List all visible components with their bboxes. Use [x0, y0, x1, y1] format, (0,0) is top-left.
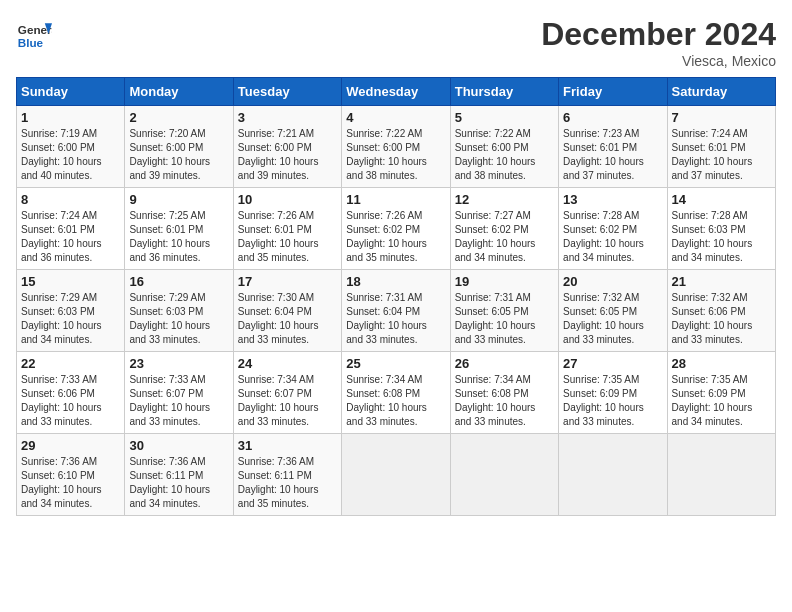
- day-number: 13: [563, 192, 662, 207]
- day-number: 30: [129, 438, 228, 453]
- day-number: 22: [21, 356, 120, 371]
- table-row: 24Sunrise: 7:34 AMSunset: 6:07 PMDayligh…: [233, 352, 341, 434]
- table-row: 1Sunrise: 7:19 AMSunset: 6:00 PMDaylight…: [17, 106, 125, 188]
- table-row: 6Sunrise: 7:23 AMSunset: 6:01 PMDaylight…: [559, 106, 667, 188]
- day-info: Sunrise: 7:26 AMSunset: 6:01 PMDaylight:…: [238, 209, 337, 265]
- header-thursday: Thursday: [450, 78, 558, 106]
- table-row: 14Sunrise: 7:28 AMSunset: 6:03 PMDayligh…: [667, 188, 775, 270]
- table-row: 28Sunrise: 7:35 AMSunset: 6:09 PMDayligh…: [667, 352, 775, 434]
- header-wednesday: Wednesday: [342, 78, 450, 106]
- day-info: Sunrise: 7:32 AMSunset: 6:05 PMDaylight:…: [563, 291, 662, 347]
- day-info: Sunrise: 7:24 AMSunset: 6:01 PMDaylight:…: [672, 127, 771, 183]
- table-row: 4Sunrise: 7:22 AMSunset: 6:00 PMDaylight…: [342, 106, 450, 188]
- day-number: 9: [129, 192, 228, 207]
- day-info: Sunrise: 7:33 AMSunset: 6:06 PMDaylight:…: [21, 373, 120, 429]
- day-number: 20: [563, 274, 662, 289]
- logo: General Blue: [16, 16, 52, 52]
- table-row: 17Sunrise: 7:30 AMSunset: 6:04 PMDayligh…: [233, 270, 341, 352]
- day-info: Sunrise: 7:28 AMSunset: 6:03 PMDaylight:…: [672, 209, 771, 265]
- day-number: 19: [455, 274, 554, 289]
- table-row: 13Sunrise: 7:28 AMSunset: 6:02 PMDayligh…: [559, 188, 667, 270]
- day-number: 12: [455, 192, 554, 207]
- weekday-header-row: Sunday Monday Tuesday Wednesday Thursday…: [17, 78, 776, 106]
- day-number: 6: [563, 110, 662, 125]
- day-info: Sunrise: 7:22 AMSunset: 6:00 PMDaylight:…: [455, 127, 554, 183]
- calendar-week-4: 22Sunrise: 7:33 AMSunset: 6:06 PMDayligh…: [17, 352, 776, 434]
- header-monday: Monday: [125, 78, 233, 106]
- day-number: 3: [238, 110, 337, 125]
- page-header: General Blue December 2024 Viesca, Mexic…: [16, 16, 776, 69]
- day-info: Sunrise: 7:32 AMSunset: 6:06 PMDaylight:…: [672, 291, 771, 347]
- table-row: 25Sunrise: 7:34 AMSunset: 6:08 PMDayligh…: [342, 352, 450, 434]
- header-sunday: Sunday: [17, 78, 125, 106]
- table-row: 23Sunrise: 7:33 AMSunset: 6:07 PMDayligh…: [125, 352, 233, 434]
- day-number: 8: [21, 192, 120, 207]
- header-tuesday: Tuesday: [233, 78, 341, 106]
- day-info: Sunrise: 7:19 AMSunset: 6:00 PMDaylight:…: [21, 127, 120, 183]
- calendar-week-1: 1Sunrise: 7:19 AMSunset: 6:00 PMDaylight…: [17, 106, 776, 188]
- day-number: 4: [346, 110, 445, 125]
- day-info: Sunrise: 7:29 AMSunset: 6:03 PMDaylight:…: [129, 291, 228, 347]
- day-info: Sunrise: 7:25 AMSunset: 6:01 PMDaylight:…: [129, 209, 228, 265]
- table-row: 20Sunrise: 7:32 AMSunset: 6:05 PMDayligh…: [559, 270, 667, 352]
- title-block: December 2024 Viesca, Mexico: [541, 16, 776, 69]
- day-info: Sunrise: 7:28 AMSunset: 6:02 PMDaylight:…: [563, 209, 662, 265]
- table-row: 8Sunrise: 7:24 AMSunset: 6:01 PMDaylight…: [17, 188, 125, 270]
- day-number: 24: [238, 356, 337, 371]
- table-row: 5Sunrise: 7:22 AMSunset: 6:00 PMDaylight…: [450, 106, 558, 188]
- logo-icon: General Blue: [16, 16, 52, 52]
- table-row: 12Sunrise: 7:27 AMSunset: 6:02 PMDayligh…: [450, 188, 558, 270]
- table-row: [559, 434, 667, 516]
- table-row: 15Sunrise: 7:29 AMSunset: 6:03 PMDayligh…: [17, 270, 125, 352]
- location: Viesca, Mexico: [541, 53, 776, 69]
- day-number: 27: [563, 356, 662, 371]
- day-number: 15: [21, 274, 120, 289]
- header-saturday: Saturday: [667, 78, 775, 106]
- table-row: [450, 434, 558, 516]
- day-number: 10: [238, 192, 337, 207]
- table-row: 29Sunrise: 7:36 AMSunset: 6:10 PMDayligh…: [17, 434, 125, 516]
- day-number: 7: [672, 110, 771, 125]
- day-info: Sunrise: 7:34 AMSunset: 6:08 PMDaylight:…: [346, 373, 445, 429]
- table-row: 27Sunrise: 7:35 AMSunset: 6:09 PMDayligh…: [559, 352, 667, 434]
- day-info: Sunrise: 7:20 AMSunset: 6:00 PMDaylight:…: [129, 127, 228, 183]
- day-info: Sunrise: 7:36 AMSunset: 6:11 PMDaylight:…: [238, 455, 337, 511]
- table-row: 16Sunrise: 7:29 AMSunset: 6:03 PMDayligh…: [125, 270, 233, 352]
- day-info: Sunrise: 7:23 AMSunset: 6:01 PMDaylight:…: [563, 127, 662, 183]
- day-info: Sunrise: 7:30 AMSunset: 6:04 PMDaylight:…: [238, 291, 337, 347]
- day-info: Sunrise: 7:26 AMSunset: 6:02 PMDaylight:…: [346, 209, 445, 265]
- day-number: 18: [346, 274, 445, 289]
- day-info: Sunrise: 7:31 AMSunset: 6:05 PMDaylight:…: [455, 291, 554, 347]
- day-number: 11: [346, 192, 445, 207]
- table-row: 7Sunrise: 7:24 AMSunset: 6:01 PMDaylight…: [667, 106, 775, 188]
- day-number: 2: [129, 110, 228, 125]
- calendar-week-5: 29Sunrise: 7:36 AMSunset: 6:10 PMDayligh…: [17, 434, 776, 516]
- day-info: Sunrise: 7:34 AMSunset: 6:07 PMDaylight:…: [238, 373, 337, 429]
- table-row: 9Sunrise: 7:25 AMSunset: 6:01 PMDaylight…: [125, 188, 233, 270]
- day-info: Sunrise: 7:21 AMSunset: 6:00 PMDaylight:…: [238, 127, 337, 183]
- table-row: [667, 434, 775, 516]
- table-row: 18Sunrise: 7:31 AMSunset: 6:04 PMDayligh…: [342, 270, 450, 352]
- table-row: 31Sunrise: 7:36 AMSunset: 6:11 PMDayligh…: [233, 434, 341, 516]
- day-number: 17: [238, 274, 337, 289]
- day-info: Sunrise: 7:34 AMSunset: 6:08 PMDaylight:…: [455, 373, 554, 429]
- calendar-week-2: 8Sunrise: 7:24 AMSunset: 6:01 PMDaylight…: [17, 188, 776, 270]
- table-row: 22Sunrise: 7:33 AMSunset: 6:06 PMDayligh…: [17, 352, 125, 434]
- day-number: 14: [672, 192, 771, 207]
- day-info: Sunrise: 7:35 AMSunset: 6:09 PMDaylight:…: [563, 373, 662, 429]
- table-row: 30Sunrise: 7:36 AMSunset: 6:11 PMDayligh…: [125, 434, 233, 516]
- calendar-week-3: 15Sunrise: 7:29 AMSunset: 6:03 PMDayligh…: [17, 270, 776, 352]
- day-number: 21: [672, 274, 771, 289]
- day-number: 16: [129, 274, 228, 289]
- day-number: 29: [21, 438, 120, 453]
- day-info: Sunrise: 7:24 AMSunset: 6:01 PMDaylight:…: [21, 209, 120, 265]
- table-row: 3Sunrise: 7:21 AMSunset: 6:00 PMDaylight…: [233, 106, 341, 188]
- day-info: Sunrise: 7:22 AMSunset: 6:00 PMDaylight:…: [346, 127, 445, 183]
- day-number: 28: [672, 356, 771, 371]
- month-title: December 2024: [541, 16, 776, 53]
- table-row: [342, 434, 450, 516]
- day-number: 26: [455, 356, 554, 371]
- day-info: Sunrise: 7:35 AMSunset: 6:09 PMDaylight:…: [672, 373, 771, 429]
- table-row: 19Sunrise: 7:31 AMSunset: 6:05 PMDayligh…: [450, 270, 558, 352]
- day-number: 5: [455, 110, 554, 125]
